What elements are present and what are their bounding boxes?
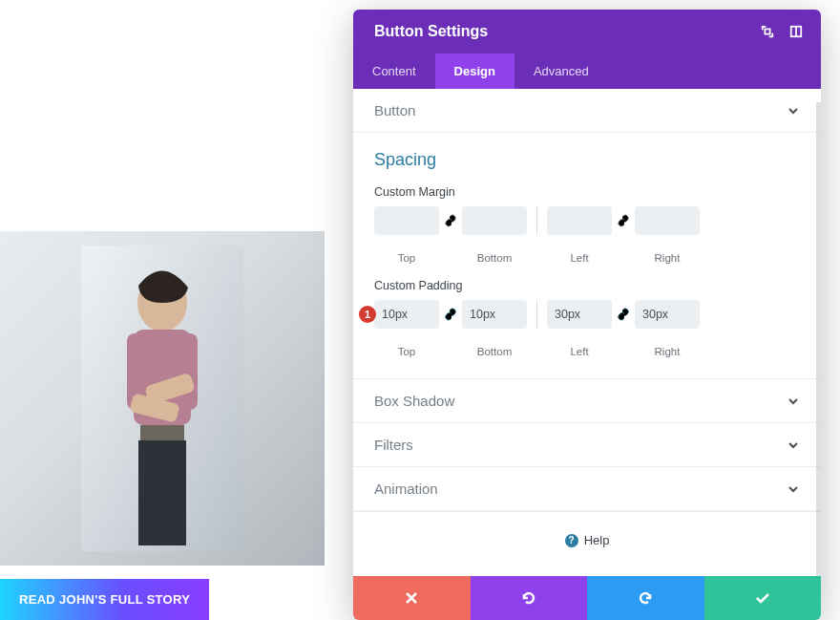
close-button[interactable] (353, 576, 471, 620)
tab-content[interactable]: Content (353, 53, 435, 89)
margin-top-input[interactable] (374, 206, 439, 235)
panel-header: Button Settings Content Design Advanced (353, 10, 821, 89)
preview-toggle-icon[interactable] (788, 24, 804, 39)
section-button[interactable]: Button (353, 89, 821, 133)
undo-button[interactable] (471, 576, 588, 620)
tabs: Content Design Advanced (353, 53, 821, 89)
tab-advanced[interactable]: Advanced (514, 53, 608, 89)
svg-rect-4 (180, 333, 198, 410)
tab-design[interactable]: Design (435, 53, 514, 89)
margin-bottom-input[interactable] (462, 206, 527, 235)
section-filters[interactable]: Filters (353, 423, 821, 467)
help-label: Help (584, 533, 610, 547)
custom-margin-label: Custom Margin (374, 185, 800, 199)
expand-icon[interactable] (760, 24, 775, 39)
custom-padding-label: Custom Padding (374, 279, 800, 292)
redo-button[interactable] (587, 576, 704, 620)
sections-scroll[interactable]: Button Spacing Custom Margin (353, 89, 821, 576)
settings-panel: Button Settings Content Design Advanced … (353, 10, 821, 620)
padding-inputs: 1 (374, 300, 800, 329)
section-box-shadow[interactable]: Box Shadow (353, 379, 821, 423)
panel-footer (353, 576, 821, 620)
section-spacing-header[interactable]: Spacing (374, 137, 800, 185)
chevron-down-icon (787, 104, 800, 118)
redo-icon (637, 589, 654, 607)
padding-top-input[interactable] (374, 300, 439, 329)
chevron-down-icon (787, 438, 800, 452)
margin-left-input[interactable] (547, 206, 612, 235)
svg-rect-6 (138, 440, 186, 545)
check-icon (754, 589, 771, 607)
preview-photo (0, 231, 325, 566)
section-animation[interactable]: Animation (353, 467, 821, 511)
padding-left-input[interactable] (547, 300, 612, 329)
svg-rect-5 (140, 425, 184, 440)
close-icon (403, 589, 420, 607)
scrollbar[interactable] (816, 102, 821, 576)
section-label: Box Shadow (374, 393, 454, 409)
link-icon[interactable] (439, 206, 462, 235)
save-button[interactable] (704, 576, 822, 620)
padding-bottom-input[interactable] (462, 300, 527, 329)
link-icon[interactable] (439, 300, 462, 329)
chevron-down-icon (787, 482, 800, 496)
padding-right-input[interactable] (635, 300, 700, 329)
link-icon[interactable] (612, 300, 635, 329)
margin-col-labels: Top Bottom Left Right (374, 252, 800, 264)
padding-col-labels: Top Bottom Left Right (374, 346, 800, 357)
cta-button[interactable]: READ JOHN'S FULL STORY (0, 579, 209, 620)
section-spacing: Spacing Custom Margin Top (353, 133, 821, 379)
preview-area: READ JOHN'S FULL STORY (0, 231, 325, 620)
section-label: Filters (374, 437, 413, 453)
panel-title: Button Settings (374, 23, 488, 40)
annotation-badge: 1 (359, 306, 376, 323)
undo-icon (520, 589, 537, 607)
link-icon[interactable] (612, 206, 635, 235)
section-label: Button (374, 102, 415, 118)
margin-right-input[interactable] (635, 206, 700, 235)
svg-rect-9 (765, 29, 769, 33)
section-label: Animation (374, 481, 438, 497)
person-illustration (81, 246, 243, 551)
help-icon: ? (565, 534, 578, 547)
margin-inputs (374, 206, 800, 235)
section-label: Spacing (374, 150, 436, 170)
chevron-down-icon (787, 395, 800, 408)
help-link[interactable]: ? Help (353, 511, 821, 568)
